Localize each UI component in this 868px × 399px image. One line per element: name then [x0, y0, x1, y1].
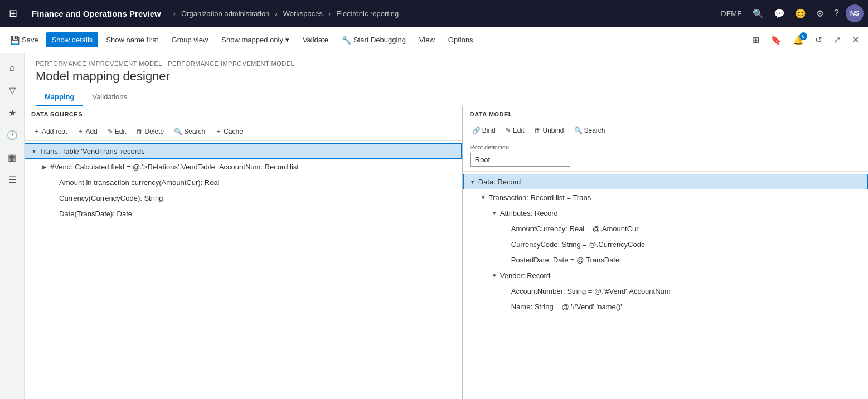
- date-label: Date(TransDate): Date: [59, 210, 132, 218]
- tree-node-name[interactable]: Name: String = @.'#Vend'.'name()': [463, 299, 868, 314]
- tree-node-trans[interactable]: ▼ Trans: Table 'VendTrans' records: [25, 143, 462, 159]
- user-avatar[interactable]: NS: [846, 4, 864, 22]
- sidebar-home-icon[interactable]: ⌂: [2, 58, 22, 78]
- smiley-nav-icon[interactable]: 😊: [795, 8, 806, 19]
- cache-button[interactable]: ＋ Cache: [211, 124, 248, 138]
- breadcrumb-part2[interactable]: PERFORMANCE IMPROVEMENT MODEL: [168, 60, 294, 67]
- notification-icon-btn[interactable]: 🔔 0: [788, 31, 808, 48]
- show-details-button[interactable]: Show details: [46, 32, 99, 47]
- search-ds-icon: 🔍: [174, 128, 182, 135]
- add-icon: ＋: [77, 126, 84, 136]
- chat-nav-icon[interactable]: 💬: [774, 8, 785, 19]
- tree-node-posteddate[interactable]: PostedDate: Date = @.TransDate: [463, 252, 868, 267]
- root-definition-section: Root definition: [463, 139, 868, 172]
- data-model-header: DATA MODEL: [463, 106, 868, 122]
- tree-node-data[interactable]: ▼ Data: Record: [463, 174, 868, 189]
- show-details-label: Show details: [52, 36, 93, 44]
- accountnumber-label: AccountNumber: String = @.'#Vend'.Accoun…: [511, 287, 671, 295]
- tree-node-attributes[interactable]: ▼ Attributes: Record: [463, 205, 868, 221]
- add-button[interactable]: ＋ Add: [72, 124, 101, 138]
- show-name-first-label: Show name first: [106, 36, 158, 44]
- transaction-label: Transaction: Record list = Trans: [489, 193, 591, 202]
- search-nav-icon[interactable]: 🔍: [753, 8, 764, 19]
- trans-toggle-icon[interactable]: ▼: [30, 147, 38, 155]
- content-area: PERFORMANCE IMPROVEMENT MODEL PERFORMANC…: [25, 53, 868, 399]
- group-view-button[interactable]: Group view: [166, 32, 214, 47]
- amount-toggle-spacer: [49, 178, 58, 187]
- data-model-tree: ▼ Data: Record ▼ Transaction: Record lis…: [463, 172, 868, 399]
- layout-icon-btn[interactable]: ⊞: [748, 31, 764, 48]
- currency-label: Currency(CurrencyCode): String: [59, 194, 163, 202]
- tree-node-transaction[interactable]: ▼ Transaction: Record list = Trans: [463, 189, 868, 205]
- show-mapped-dropdown-icon: ▾: [285, 36, 289, 44]
- settings-nav-icon[interactable]: ⚙: [816, 8, 824, 19]
- help-nav-icon[interactable]: ?: [834, 8, 839, 18]
- breadcrumb-electronic-reporting[interactable]: Electronic reporting: [336, 9, 399, 18]
- popout-icon-btn[interactable]: ⤢: [829, 31, 845, 48]
- delete-button[interactable]: 🗑 Delete: [132, 125, 168, 138]
- vend-toggle-icon[interactable]: ▶: [40, 162, 49, 171]
- data-sources-panel: DATA SOURCES ＋ Add root ＋ Add ✎ Edit: [25, 106, 463, 399]
- edit-dm-icon: ✎: [506, 126, 511, 134]
- currency-toggle-spacer: [49, 193, 58, 202]
- tree-node-currency[interactable]: Currency(CurrencyCode): String: [25, 190, 462, 206]
- amountcurrency-label: AmountCurrency: Real = @.AmountCur: [511, 225, 639, 233]
- tab-validations[interactable]: Validations: [83, 88, 136, 106]
- breadcrumb-org-admin[interactable]: Organization administration: [181, 9, 269, 18]
- refresh-icon-btn[interactable]: ↺: [811, 31, 827, 48]
- transaction-toggle-icon[interactable]: ▼: [479, 193, 488, 202]
- view-button[interactable]: View: [414, 32, 440, 47]
- breadcrumb-part1[interactable]: PERFORMANCE IMPROVEMENT MODEL: [36, 60, 162, 67]
- tree-node-vendor[interactable]: ▼ Vendor: Record: [463, 267, 868, 283]
- show-mapped-only-button[interactable]: Show mapped only ▾: [216, 32, 295, 47]
- unbind-button[interactable]: 🗑 Unbind: [530, 124, 568, 137]
- tree-node-date[interactable]: Date(TransDate): Date: [25, 206, 462, 221]
- tab-mapping[interactable]: Mapping: [36, 88, 83, 106]
- data-sources-toolbar: ＋ Add root ＋ Add ✎ Edit 🗑 Delete: [25, 122, 462, 141]
- add-root-button[interactable]: ＋ Add root: [29, 124, 71, 138]
- posteddate-spacer: [501, 255, 510, 264]
- breadcrumb: PERFORMANCE IMPROVEMENT MODEL PERFORMANC…: [36, 60, 857, 67]
- attributes-toggle-icon[interactable]: ▼: [490, 208, 499, 217]
- data-label: Data: Record: [478, 178, 521, 186]
- bookmark-icon-btn[interactable]: 🔖: [766, 31, 786, 48]
- start-debugging-button[interactable]: 🔧 Start Debugging: [336, 32, 411, 48]
- search-ds-button[interactable]: 🔍 Search: [169, 125, 210, 138]
- options-button[interactable]: Options: [443, 32, 479, 47]
- close-icon-btn[interactable]: ✕: [847, 31, 864, 48]
- sidebar-recent-icon[interactable]: 🕐: [2, 125, 22, 145]
- root-definition-input[interactable]: [470, 153, 570, 167]
- debug-icon: 🔧: [342, 36, 351, 45]
- edit-ds-label: Edit: [115, 128, 127, 135]
- vendor-toggle-icon[interactable]: ▼: [490, 271, 499, 280]
- tree-node-vend[interactable]: ▶ #Vend: Calculated field = @.'>Relation…: [25, 159, 462, 174]
- tree-node-amountcurrency[interactable]: AmountCurrency: Real = @.AmountCur: [463, 221, 868, 236]
- options-label: Options: [448, 36, 473, 44]
- tree-node-currencycode[interactable]: CurrencyCode: String = @.CurrencyCode: [463, 236, 868, 252]
- trans-label: Trans: Table 'VendTrans' records: [40, 147, 145, 155]
- search-ds-label: Search: [184, 128, 205, 135]
- sidebar-dashboard-icon[interactable]: ▦: [2, 147, 22, 167]
- validate-button[interactable]: Validate: [297, 32, 334, 47]
- sidebar-filter-icon[interactable]: ▽: [2, 80, 22, 100]
- sidebar-favorites-icon[interactable]: ★: [2, 103, 22, 123]
- add-label: Add: [85, 128, 97, 135]
- data-toggle-icon[interactable]: ▼: [468, 177, 477, 186]
- show-name-first-button[interactable]: Show name first: [100, 32, 163, 47]
- posteddate-label: PostedDate: Date = @.TransDate: [511, 256, 619, 264]
- bind-button[interactable]: 🔗 Bind: [468, 124, 500, 137]
- search-dm-button[interactable]: 🔍 Search: [570, 124, 610, 137]
- edit-ds-button[interactable]: ✎ Edit: [103, 125, 131, 138]
- tree-node-accountnumber[interactable]: AccountNumber: String = @.'#Vend'.Accoun…: [463, 283, 868, 299]
- validate-label: Validate: [303, 36, 328, 44]
- tree-node-amount[interactable]: Amount in transaction currency(AmountCur…: [25, 174, 462, 190]
- app-grid-icon[interactable]: ⊞: [4, 7, 22, 20]
- edit-dm-button[interactable]: ✎ Edit: [501, 124, 529, 137]
- breadcrumb-workspaces[interactable]: Workspaces: [283, 9, 323, 18]
- save-button[interactable]: 💾 Save: [4, 32, 44, 48]
- vend-label: #Vend: Calculated field = @.'>Relations'…: [50, 163, 299, 171]
- unbind-label: Unbind: [542, 126, 564, 134]
- sidebar-list-icon[interactable]: ☰: [2, 169, 22, 189]
- breadcrumb-sep3: ›: [328, 9, 331, 18]
- delete-label: Delete: [144, 128, 164, 135]
